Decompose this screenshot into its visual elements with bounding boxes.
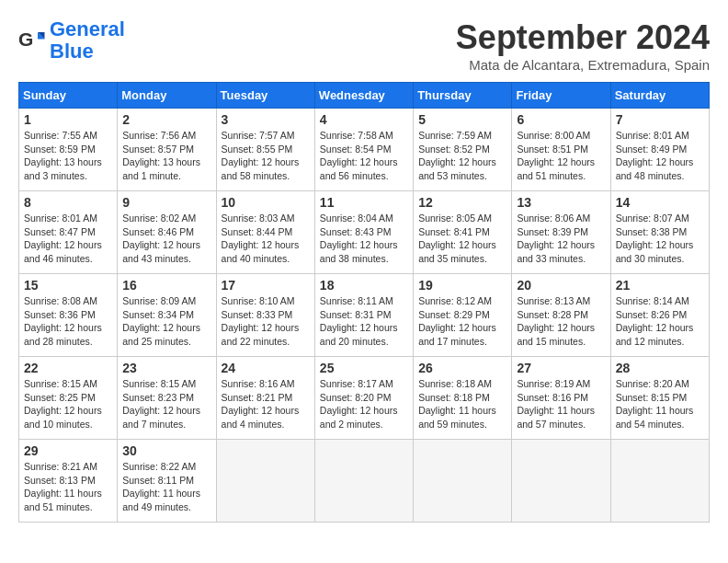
day-info: Sunrise: 7:59 AMSunset: 8:52 PMDaylight:… xyxy=(418,129,506,183)
weekday-header-sunday: Sunday xyxy=(19,83,118,109)
day-number: 2 xyxy=(122,112,210,127)
day-info: Sunrise: 8:04 AMSunset: 8:43 PMDaylight:… xyxy=(320,212,408,266)
day-number: 29 xyxy=(24,443,112,458)
day-info: Sunrise: 8:18 AMSunset: 8:18 PMDaylight:… xyxy=(418,377,506,431)
calendar-cell: 15 Sunrise: 8:08 AMSunset: 8:36 PMDaylig… xyxy=(19,274,118,357)
day-info: Sunrise: 8:15 AMSunset: 8:23 PMDaylight:… xyxy=(122,377,210,431)
day-info: Sunrise: 8:22 AMSunset: 8:11 PMDaylight:… xyxy=(122,460,210,514)
calendar-cell: 17 Sunrise: 8:10 AMSunset: 8:33 PMDaylig… xyxy=(216,274,314,357)
day-number: 8 xyxy=(24,195,112,210)
logo: G General Blue xyxy=(18,18,125,63)
day-info: Sunrise: 7:58 AMSunset: 8:54 PMDaylight:… xyxy=(320,129,408,183)
calendar-cell: 2 Sunrise: 7:56 AMSunset: 8:57 PMDayligh… xyxy=(118,109,216,191)
day-number: 23 xyxy=(122,361,210,375)
day-number: 14 xyxy=(616,195,704,210)
weekday-header-wednesday: Wednesday xyxy=(314,83,413,109)
day-number: 30 xyxy=(122,443,210,458)
day-number: 13 xyxy=(517,195,605,210)
calendar-cell xyxy=(414,440,512,523)
day-number: 22 xyxy=(24,361,112,375)
day-number: 28 xyxy=(616,361,704,375)
calendar-cell: 27 Sunrise: 8:19 AMSunset: 8:16 PMDaylig… xyxy=(512,357,610,440)
calendar-table: SundayMondayTuesdayWednesdayThursdayFrid… xyxy=(18,82,710,523)
day-info: Sunrise: 8:13 AMSunset: 8:28 PMDaylight:… xyxy=(517,294,605,349)
logo-icon: G xyxy=(18,27,46,54)
calendar-cell: 22 Sunrise: 8:15 AMSunset: 8:25 PMDaylig… xyxy=(19,357,118,440)
day-info: Sunrise: 8:05 AMSunset: 8:41 PMDaylight:… xyxy=(418,212,506,266)
day-number: 24 xyxy=(222,361,310,375)
day-number: 17 xyxy=(222,278,310,293)
calendar-cell: 20 Sunrise: 8:13 AMSunset: 8:28 PMDaylig… xyxy=(512,274,610,357)
calendar-cell: 30 Sunrise: 8:22 AMSunset: 8:11 PMDaylig… xyxy=(118,440,216,523)
calendar-cell: 7 Sunrise: 8:01 AMSunset: 8:49 PMDayligh… xyxy=(610,109,709,191)
day-info: Sunrise: 8:03 AMSunset: 8:44 PMDaylight:… xyxy=(222,212,310,266)
day-number: 1 xyxy=(24,112,112,127)
calendar-cell: 26 Sunrise: 8:18 AMSunset: 8:18 PMDaylig… xyxy=(414,357,512,440)
day-info: Sunrise: 8:01 AMSunset: 8:49 PMDaylight:… xyxy=(616,129,704,183)
calendar-week-row: 1 Sunrise: 7:55 AMSunset: 8:59 PMDayligh… xyxy=(19,109,710,191)
calendar-cell: 19 Sunrise: 8:12 AMSunset: 8:29 PMDaylig… xyxy=(414,274,512,357)
day-info: Sunrise: 8:07 AMSunset: 8:38 PMDaylight:… xyxy=(616,212,704,266)
day-info: Sunrise: 8:02 AMSunset: 8:46 PMDaylight:… xyxy=(122,212,210,266)
calendar-cell: 11 Sunrise: 8:04 AMSunset: 8:43 PMDaylig… xyxy=(314,191,413,274)
calendar-cell: 4 Sunrise: 7:58 AMSunset: 8:54 PMDayligh… xyxy=(314,109,413,191)
day-info: Sunrise: 8:00 AMSunset: 8:51 PMDaylight:… xyxy=(517,129,605,183)
day-number: 10 xyxy=(222,195,310,210)
day-info: Sunrise: 8:10 AMSunset: 8:33 PMDaylight:… xyxy=(222,294,310,349)
day-number: 16 xyxy=(122,278,210,293)
page-header: G General Blue September 2024 Mata de Al… xyxy=(18,18,710,73)
logo-text: General Blue xyxy=(50,18,125,63)
calendar-cell: 29 Sunrise: 8:21 AMSunset: 8:13 PMDaylig… xyxy=(19,440,118,523)
calendar-cell: 24 Sunrise: 8:16 AMSunset: 8:21 PMDaylig… xyxy=(216,357,314,440)
day-number: 7 xyxy=(616,112,704,127)
day-number: 12 xyxy=(418,195,506,210)
day-info: Sunrise: 8:20 AMSunset: 8:15 PMDaylight:… xyxy=(616,377,704,431)
day-info: Sunrise: 8:11 AMSunset: 8:31 PMDaylight:… xyxy=(320,294,408,349)
calendar-cell xyxy=(610,440,709,523)
day-info: Sunrise: 8:16 AMSunset: 8:21 PMDaylight:… xyxy=(222,377,310,431)
calendar-cell: 3 Sunrise: 7:57 AMSunset: 8:55 PMDayligh… xyxy=(216,109,314,191)
weekday-header-row: SundayMondayTuesdayWednesdayThursdayFrid… xyxy=(19,83,710,109)
weekday-header-tuesday: Tuesday xyxy=(216,83,314,109)
calendar-week-row: 8 Sunrise: 8:01 AMSunset: 8:47 PMDayligh… xyxy=(19,191,710,274)
day-number: 25 xyxy=(320,361,408,375)
calendar-cell: 9 Sunrise: 8:02 AMSunset: 8:46 PMDayligh… xyxy=(118,191,216,274)
day-number: 5 xyxy=(418,112,506,127)
day-number: 3 xyxy=(222,112,310,127)
day-info: Sunrise: 8:19 AMSunset: 8:16 PMDaylight:… xyxy=(517,377,605,431)
svg-text:G: G xyxy=(18,29,33,50)
month-title: September 2024 xyxy=(456,18,710,57)
day-info: Sunrise: 8:09 AMSunset: 8:34 PMDaylight:… xyxy=(122,294,210,349)
calendar-cell: 5 Sunrise: 7:59 AMSunset: 8:52 PMDayligh… xyxy=(414,109,512,191)
day-number: 19 xyxy=(418,278,506,293)
day-info: Sunrise: 8:01 AMSunset: 8:47 PMDaylight:… xyxy=(24,212,112,266)
day-number: 20 xyxy=(517,278,605,293)
day-number: 26 xyxy=(418,361,506,375)
calendar-cell: 14 Sunrise: 8:07 AMSunset: 8:38 PMDaylig… xyxy=(610,191,709,274)
day-number: 15 xyxy=(24,278,112,293)
day-number: 4 xyxy=(320,112,408,127)
calendar-cell: 1 Sunrise: 7:55 AMSunset: 8:59 PMDayligh… xyxy=(19,109,118,191)
day-info: Sunrise: 8:15 AMSunset: 8:25 PMDaylight:… xyxy=(24,377,112,431)
location-title: Mata de Alcantara, Extremadura, Spain xyxy=(456,57,710,73)
calendar-cell: 13 Sunrise: 8:06 AMSunset: 8:39 PMDaylig… xyxy=(512,191,610,274)
day-info: Sunrise: 7:57 AMSunset: 8:55 PMDaylight:… xyxy=(222,129,310,183)
calendar-cell: 25 Sunrise: 8:17 AMSunset: 8:20 PMDaylig… xyxy=(314,357,413,440)
calendar-cell: 8 Sunrise: 8:01 AMSunset: 8:47 PMDayligh… xyxy=(19,191,118,274)
day-info: Sunrise: 8:12 AMSunset: 8:29 PMDaylight:… xyxy=(418,294,506,349)
calendar-week-row: 22 Sunrise: 8:15 AMSunset: 8:25 PMDaylig… xyxy=(19,357,710,440)
calendar-cell: 16 Sunrise: 8:09 AMSunset: 8:34 PMDaylig… xyxy=(118,274,216,357)
day-info: Sunrise: 7:55 AMSunset: 8:59 PMDaylight:… xyxy=(24,129,112,183)
weekday-header-friday: Friday xyxy=(512,83,610,109)
calendar-cell xyxy=(512,440,610,523)
day-info: Sunrise: 8:06 AMSunset: 8:39 PMDaylight:… xyxy=(517,212,605,266)
calendar-cell: 10 Sunrise: 8:03 AMSunset: 8:44 PMDaylig… xyxy=(216,191,314,274)
calendar-cell: 28 Sunrise: 8:20 AMSunset: 8:15 PMDaylig… xyxy=(610,357,709,440)
day-info: Sunrise: 8:08 AMSunset: 8:36 PMDaylight:… xyxy=(24,294,112,349)
calendar-cell xyxy=(216,440,314,523)
title-block: September 2024 Mata de Alcantara, Extrem… xyxy=(456,18,710,73)
calendar-cell: 18 Sunrise: 8:11 AMSunset: 8:31 PMDaylig… xyxy=(314,274,413,357)
day-info: Sunrise: 7:56 AMSunset: 8:57 PMDaylight:… xyxy=(122,129,210,183)
calendar-cell: 23 Sunrise: 8:15 AMSunset: 8:23 PMDaylig… xyxy=(118,357,216,440)
day-info: Sunrise: 8:17 AMSunset: 8:20 PMDaylight:… xyxy=(320,377,408,431)
